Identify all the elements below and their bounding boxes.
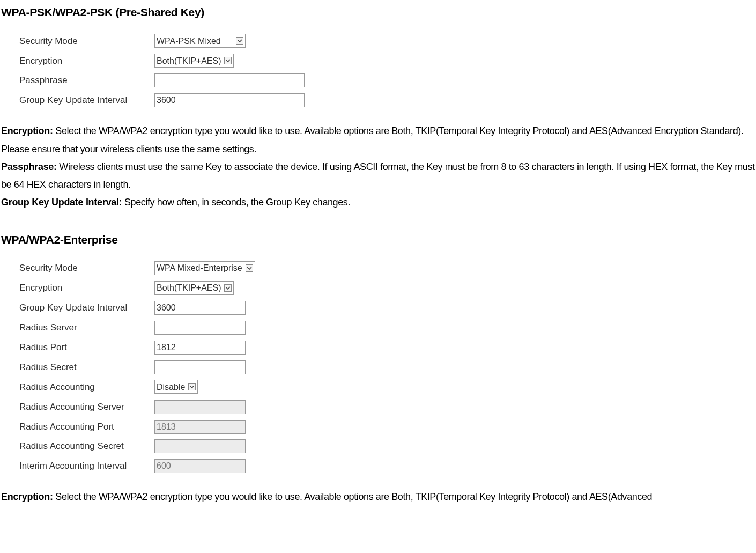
row-gkui: Group Key Update Interval <box>17 91 309 110</box>
row-ent-security-mode: Security Mode WPA Mixed-Enterprise <box>17 259 260 278</box>
input-radius-secret[interactable] <box>154 360 246 374</box>
label-interim-interval: Interim Accounting Interval <box>17 456 152 476</box>
label-radius-server: Radius Server <box>17 318 152 338</box>
row-ent-encryption: Encryption Both(TKIP+AES) <box>17 278 260 298</box>
label-ent-security-mode: Security Mode <box>17 259 152 278</box>
input-radius-server[interactable] <box>154 321 246 335</box>
input-radius-acct-port <box>154 420 246 434</box>
input-radius-acct-server <box>154 400 246 414</box>
input-radius-acct-secret <box>154 439 246 453</box>
input-interim-interval <box>154 459 246 473</box>
row-interim-interval: Interim Accounting Interval <box>17 456 260 476</box>
label-radius-port: Radius Port <box>17 338 152 358</box>
label-radius-secret: Radius Secret <box>17 358 152 378</box>
desc-gkui: Group Key Update Interval: Specify how o… <box>1 194 756 211</box>
input-gkui[interactable] <box>154 93 305 107</box>
row-radius-secret: Radius Secret <box>17 358 260 378</box>
desc-passphrase: Passphrase: Wireless clients must use th… <box>1 158 756 194</box>
form-wpa-psk: Security Mode WPA-PSK Mixed Encryption B… <box>17 32 309 111</box>
select-security-mode[interactable]: WPA-PSK Mixed <box>154 34 246 48</box>
label-radius-accounting: Radius Accounting <box>17 378 152 397</box>
row-radius-acct-port: Radius Accounting Port <box>17 417 260 437</box>
label-security-mode: Security Mode <box>17 32 152 51</box>
label-encryption: Encryption <box>17 51 152 71</box>
row-radius-acct-secret: Radius Accounting Secret <box>17 437 260 456</box>
select-ent-encryption[interactable]: Both(TKIP+AES) <box>154 281 234 295</box>
form-wpa-enterprise: Security Mode WPA Mixed-Enterprise Encry… <box>17 259 260 476</box>
row-radius-port: Radius Port <box>17 338 260 358</box>
row-radius-accounting: Radius Accounting Disable <box>17 378 260 397</box>
label-gkui: Group Key Update Interval <box>17 91 152 110</box>
select-ent-security-mode[interactable]: WPA Mixed-Enterprise <box>154 261 255 275</box>
row-ent-gkui: Group Key Update Interval <box>17 298 260 318</box>
input-passphrase[interactable] <box>154 73 305 87</box>
select-encryption[interactable]: Both(TKIP+AES) <box>154 54 234 68</box>
heading-wpa-psk: WPA-PSK/WPA2-PSK (Pre-Shared Key) <box>1 3 756 22</box>
label-radius-acct-server: Radius Accounting Server <box>17 397 152 417</box>
label-ent-gkui: Group Key Update Interval <box>17 298 152 318</box>
label-radius-acct-secret: Radius Accounting Secret <box>17 437 152 456</box>
label-radius-acct-port: Radius Accounting Port <box>17 417 152 437</box>
row-security-mode: Security Mode WPA-PSK Mixed <box>17 32 309 51</box>
label-passphrase: Passphrase <box>17 71 152 91</box>
label-ent-encryption: Encryption <box>17 278 152 298</box>
desc-encryption-psk: Encryption: Select the WPA/WPA2 encrypti… <box>1 122 756 158</box>
input-radius-port[interactable] <box>154 341 246 355</box>
row-radius-server: Radius Server <box>17 318 260 338</box>
select-radius-accounting[interactable]: Disable <box>154 380 198 394</box>
desc-encryption-ent: Encryption: Select the WPA/WPA2 encrypti… <box>1 488 756 506</box>
input-ent-gkui[interactable] <box>154 301 246 315</box>
row-passphrase: Passphrase <box>17 71 309 91</box>
row-encryption: Encryption Both(TKIP+AES) <box>17 51 309 71</box>
row-radius-acct-server: Radius Accounting Server <box>17 397 260 417</box>
heading-wpa-enterprise: WPA/WPA2-Enterprise <box>1 230 756 249</box>
